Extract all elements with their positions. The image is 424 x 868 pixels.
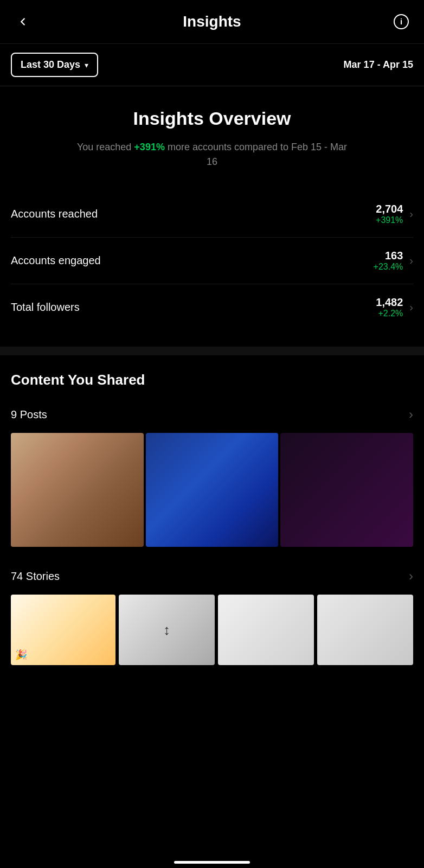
chevron-right-icon: › <box>409 254 413 267</box>
chevron-right-icon: › <box>409 301 413 314</box>
svg-text:i: i <box>400 17 402 26</box>
chevron-down-icon: ▾ <box>85 61 88 69</box>
stat-change-followers: +2.2% <box>378 309 403 318</box>
stat-number-reached: 2,704 <box>376 203 403 215</box>
info-button[interactable]: i <box>389 10 413 34</box>
post-thumbnail-1[interactable] <box>11 433 144 547</box>
stat-values-reached: 2,704 +391% <box>376 203 403 225</box>
page-title: Insights <box>35 13 389 30</box>
content-section-title: Content You Shared <box>11 372 413 388</box>
stories-thumbnails: 🎉 ↕ <box>11 595 413 665</box>
stat-change-engaged: +23.4% <box>374 262 403 271</box>
overview-subtitle: You reached +391% more accounts compared… <box>76 140 348 169</box>
posts-label: 9 Posts <box>11 409 47 421</box>
post-thumbnail-3[interactable] <box>280 433 413 547</box>
subtitle-suffix: more accounts compared to Feb 15 - Mar 1… <box>165 142 347 167</box>
story-emoji-icon: 🎉 <box>15 649 27 661</box>
posts-chevron-right-icon: › <box>409 407 413 422</box>
stories-row[interactable]: 74 Stories › <box>11 563 413 595</box>
stat-right-engaged: 163 +23.4% › <box>374 250 413 272</box>
app-header: Insights i <box>0 0 424 44</box>
back-button[interactable] <box>11 10 35 34</box>
section-divider <box>0 351 424 355</box>
subtitle-highlight: +391% <box>134 142 165 152</box>
stat-right-reached: 2,704 +391% › <box>376 203 413 225</box>
stat-values-followers: 1,482 +2.2% <box>376 296 403 318</box>
bottom-spacer <box>0 665 424 709</box>
stat-accounts-reached[interactable]: Accounts reached 2,704 +391% › <box>11 191 413 238</box>
subtitle-prefix: You reached <box>77 142 134 152</box>
stat-total-followers[interactable]: Total followers 1,482 +2.2% › <box>11 284 413 330</box>
stat-label-reached: Accounts reached <box>11 208 98 220</box>
stat-change-reached: +391% <box>376 215 403 225</box>
stat-right-followers: 1,482 +2.2% › <box>376 296 413 318</box>
story-thumbnail-4[interactable] <box>317 595 413 665</box>
stat-label-followers: Total followers <box>11 301 80 314</box>
posts-thumbnails <box>11 433 413 547</box>
overview-title: Insights Overview <box>11 108 413 129</box>
overview-section: Insights Overview You reached +391% more… <box>0 86 424 351</box>
stat-number-followers: 1,482 <box>376 296 403 309</box>
stories-chevron-right-icon: › <box>409 569 413 584</box>
chevron-right-icon: › <box>409 208 413 220</box>
story-thumbnail-1[interactable]: 🎉 <box>11 595 115 665</box>
stat-label-engaged: Accounts engaged <box>11 254 101 267</box>
home-indicator <box>0 854 424 868</box>
stats-list: Accounts reached 2,704 +391% › Accounts … <box>11 191 413 330</box>
story-thumbnail-3[interactable] <box>218 595 314 665</box>
home-bar <box>174 861 250 864</box>
stat-accounts-engaged[interactable]: Accounts engaged 163 +23.4% › <box>11 238 413 284</box>
filter-label: Last 30 Days <box>21 59 80 71</box>
date-filter-dropdown[interactable]: Last 30 Days ▾ <box>11 53 98 77</box>
filter-bar: Last 30 Days ▾ Mar 17 - Apr 15 <box>0 44 424 86</box>
stat-number-engaged: 163 <box>374 250 403 262</box>
story-thumbnail-2[interactable]: ↕ <box>119 595 215 665</box>
stat-values-engaged: 163 +23.4% <box>374 250 403 272</box>
date-range-display: Mar 17 - Apr 15 <box>344 59 413 71</box>
post-thumbnail-2[interactable] <box>146 433 279 547</box>
posts-row[interactable]: 9 Posts › <box>11 401 413 433</box>
content-section: Content You Shared 9 Posts › 74 Stories … <box>0 355 424 665</box>
stories-label: 74 Stories <box>11 570 60 583</box>
